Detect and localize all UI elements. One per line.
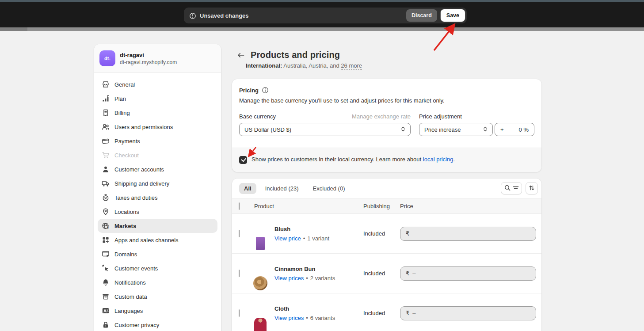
select-all-checkbox[interactable] [239,202,240,210]
sidebar-item-notifications[interactable]: Notifications [98,275,217,289]
location-pin-icon [101,207,110,216]
variant-count: 1 variant [307,235,329,242]
sidebar-item-payments[interactable]: Payments [98,134,217,148]
column-header-product: Product [251,203,363,209]
sidebar-item-markets[interactable]: $ Markets [98,219,217,233]
sidebar-item-label: Custom data [114,293,147,300]
price-adjustment-value: Price increase [424,126,461,133]
search-filter-button[interactable] [501,182,522,194]
cursor-click-icon [101,264,110,273]
price-input-disabled: ₹ – [400,227,536,241]
topbar: Unsaved changes Discard Save [0,2,644,27]
database-box-icon [101,292,110,301]
sidebar-item-label: Plan [114,95,126,102]
search-icon [504,184,511,193]
publishing-status: Included [363,310,400,316]
publishing-status: Included [363,270,400,277]
row-checkbox[interactable] [239,309,240,317]
view-price-link[interactable]: View prices [274,315,304,321]
product-name: Cloth [274,305,363,312]
local-currency-checkbox[interactable] [239,156,247,164]
sidebar-item-customer-privacy[interactable]: Customer privacy [98,318,217,331]
product-name: Cinnamon Bun [274,266,363,272]
sidebar-item-label: Apps and sales channels [114,237,179,243]
discard-button[interactable]: Discard [406,9,437,22]
truck-icon [101,179,110,188]
sidebar-item-languages[interactable]: Languages [98,304,217,318]
adjustment-sign: + [500,126,504,133]
sidebar-item-shipping-and-delivery[interactable]: Shipping and delivery [98,176,217,190]
market-more-link[interactable]: 26 more [341,62,362,70]
sidebar-item-label: General [114,81,135,88]
table-row: Cinnamon Bun View prices • 2 variants In… [232,254,541,293]
store-name: dt-ragavi [120,52,177,58]
table-row: Blush View price • 1 variant Included ₹ … [232,214,541,254]
currency-symbol: ₹ [406,230,409,237]
pricing-card: Pricing Manage the base currency you'll … [232,79,541,172]
sidebar-item-plan[interactable]: Plan [98,91,217,106]
sidebar-item-customer-accounts[interactable]: Customer accounts [98,162,217,176]
store-header: dt- dt-ragavi dt-ragavi.myshopify.com [94,44,221,73]
plan-chart-icon [101,94,110,103]
users-icon [101,122,110,131]
translate-icon [101,306,110,315]
sidebar-item-billing[interactable]: Billing [98,106,217,120]
tab-all[interactable]: All [239,183,256,194]
local-pricing-link[interactable]: local pricing [423,156,453,163]
sidebar-item-label: Customer privacy [114,322,159,328]
sidebar-item-users-and-permissions[interactable]: Users and permissions [98,120,217,134]
pricing-description: Manage the base currency you'll use to s… [239,97,534,104]
sidebar-item-label: Checkout [114,152,139,159]
sidebar-item-customer-events[interactable]: Customer events [98,261,217,275]
adjustment-percent-input[interactable]: + 0 % [495,123,534,136]
back-arrow-icon[interactable] [236,50,246,60]
product-tabs: All Included (23) Excluded (0) [232,179,541,198]
store-domain: dt-ragavi.myshopify.com [120,59,177,65]
sidebar-item-label: Customer accounts [114,166,164,173]
base-currency-select[interactable]: US Dollar (USD $) [239,123,411,136]
variant-count: 6 variants [310,315,335,321]
pricing-card-title: Pricing [239,87,259,94]
alert-circle-icon [189,12,196,19]
products-card: All Included (23) Excluded (0) Product P… [232,179,541,331]
sort-button[interactable] [526,182,538,194]
sidebar-item-apps-and-sales-channels[interactable]: Apps and sales channels [98,233,217,247]
sidebar-item-taxes-and-duties[interactable]: Taxes and duties [98,190,217,205]
store-avatar: dt- [99,50,115,66]
checkout-cart-icon [101,151,110,160]
price-placeholder: – [412,310,415,316]
sidebar-item-domains[interactable]: Domains [98,247,217,261]
row-checkbox[interactable] [239,230,240,237]
sidebar-item-custom-data[interactable]: Custom data [98,289,217,304]
sidebar-item-label: Languages [114,308,143,314]
table-header: Product Publishing Price [232,198,541,214]
sidebar-item-label: Shipping and delivery [114,180,169,187]
sidebar-item-locations[interactable]: Locations [98,205,217,219]
info-icon[interactable] [262,87,269,94]
publishing-status: Included [363,230,400,237]
tab-excluded[interactable]: Excluded (0) [308,183,351,194]
market-name: International: [246,62,282,69]
save-button[interactable]: Save [441,9,465,22]
view-price-link[interactable]: View prices [274,275,304,282]
base-currency-label: Base currency [239,113,276,120]
price-adjustment-label: Price adjustment [419,113,462,120]
market-regions: Australia, Austria, and [283,62,339,69]
row-checkbox[interactable] [239,270,240,277]
manage-exchange-rate-link: Manage exchange rate [352,113,411,120]
sidebar-item-general[interactable]: General [98,77,217,91]
market-subtitle: International: Australia, Austria, and 2… [246,62,541,69]
local-currency-label: Show prices to customers in their local … [252,156,421,163]
local-currency-suffix: . [453,156,455,163]
sidebar-item-label: Customer events [114,265,158,272]
bell-icon [101,278,110,287]
price-adjustment-select[interactable]: Price increase [419,123,493,136]
tab-included[interactable]: Included (23) [260,183,304,194]
local-currency-text: Show prices to customers in their local … [252,156,455,163]
currency-symbol: ₹ [406,270,409,277]
sidebar-item-label: Locations [114,209,139,215]
view-price-link[interactable]: View price [274,235,301,242]
billing-receipt-icon [101,108,110,117]
unsaved-changes-label: Unsaved changes [200,12,249,19]
price-input-disabled: ₹ – [400,306,536,320]
